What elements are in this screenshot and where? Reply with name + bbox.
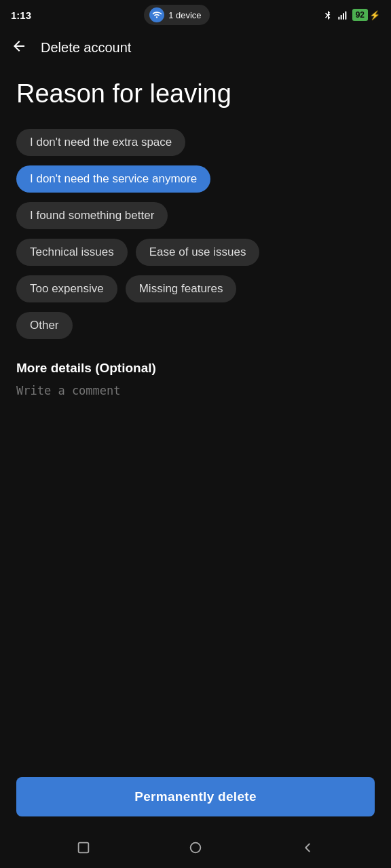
chip-row-0: I don't need the extra space [16,129,375,156]
chip-row-5: Other [16,312,375,339]
reason-chips: I don't need the extra space I don't nee… [16,129,375,339]
more-details-label: More details (Optional) [16,361,375,376]
chip-ease-of-use[interactable]: Ease of use issues [136,239,260,266]
svg-rect-3 [345,12,346,20]
chip-label: I don't need the extra space [30,136,172,149]
spacer [16,468,375,755]
home-icon[interactable] [188,840,203,855]
hotspot-icon [149,7,164,22]
signal-icon [337,9,348,20]
bluetooth-icon [322,9,333,20]
chip-label: Missing features [139,282,223,296]
chip-service-anymore[interactable]: I don't need the service anymore [16,165,210,193]
comment-input[interactable] [16,384,375,465]
chip-missing-features[interactable]: Missing features [126,275,237,302]
status-time: 1:13 [11,9,31,21]
chip-label: Ease of use issues [149,245,246,259]
chip-other[interactable]: Other [16,312,73,339]
chip-row-1: I don't need the service anymore [16,165,375,193]
chip-row-2: I found something better [16,202,375,229]
more-details-section: More details (Optional) [16,361,375,468]
svg-rect-2 [343,13,344,19]
wifi-icon [152,10,162,20]
status-bar: 1:13 1 device 92 ⚡ [0,0,391,27]
chip-too-expensive[interactable]: Too expensive [16,275,117,302]
delete-button-container: Permanently delete [0,766,391,827]
battery-level: 92 [352,9,368,21]
battery-indicator: 92 ⚡ [352,9,380,21]
charging-icon: ⚡ [369,10,380,20]
chip-label: Technical issues [30,245,114,259]
status-icons: 92 ⚡ [322,9,380,21]
svg-point-5 [191,843,201,853]
permanently-delete-button[interactable]: Permanently delete [16,777,375,816]
page-title: Delete account [41,40,131,56]
hotspot-indicator: 1 device [144,5,209,25]
svg-rect-0 [338,17,339,20]
back-arrow-icon [11,38,27,54]
main-heading: Reason for leaving [16,79,375,110]
recent-apps-icon[interactable] [76,840,91,855]
chip-extra-space[interactable]: I don't need the extra space [16,129,185,156]
main-content: Reason for leaving I don't need the extr… [0,68,391,766]
chip-label: I don't need the service anymore [30,172,197,186]
chip-row-4: Too expensive Missing features [16,275,375,302]
svg-rect-1 [340,15,341,20]
chip-label: Other [30,319,59,332]
chip-technical-issues[interactable]: Technical issues [16,239,128,266]
back-button[interactable] [5,33,33,62]
nav-back-icon[interactable] [300,840,315,855]
chip-label: I found something better [30,209,154,222]
system-nav-bar [0,827,391,868]
top-bar: Delete account [0,27,391,68]
chip-label: Too expensive [30,282,104,296]
svg-rect-4 [78,843,88,853]
hotspot-label: 1 device [168,10,201,20]
chip-row-3: Technical issues Ease of use issues [16,239,375,266]
chip-something-better[interactable]: I found something better [16,202,168,229]
